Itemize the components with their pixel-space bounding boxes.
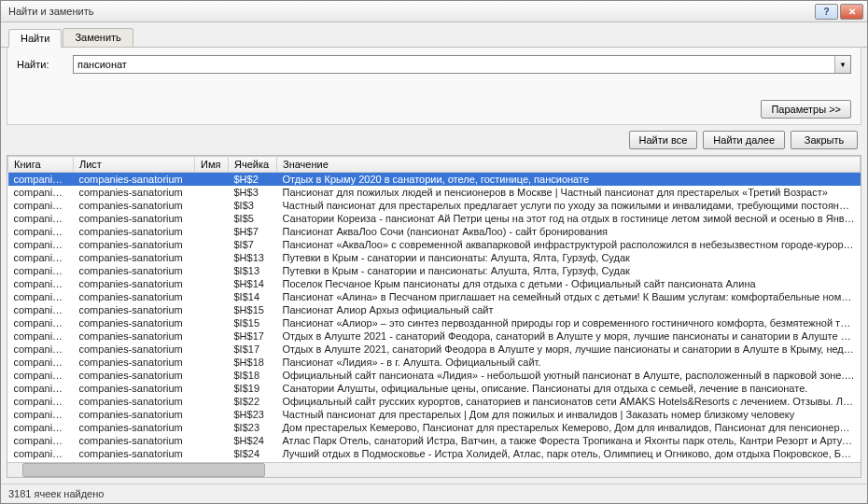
table-row[interactable]: companies...companies-sanatorium$H$15Пан… bbox=[8, 303, 861, 316]
titlebar: Найти и заменить ? ✕ bbox=[1, 1, 867, 22]
table-row[interactable]: companies...companies-sanatorium$I$17Отд… bbox=[8, 343, 861, 356]
window-close-button[interactable]: ✕ bbox=[840, 4, 863, 20]
table-row[interactable]: companies...companies-sanatorium$I$3Част… bbox=[8, 199, 861, 212]
table-row[interactable]: companies...companies-sanatorium$H$13Пут… bbox=[8, 251, 861, 264]
col-header-cell[interactable]: Ячейка bbox=[229, 157, 277, 173]
table-row[interactable]: companies...companies-sanatorium$I$23Дом… bbox=[8, 421, 861, 434]
table-row[interactable]: companies...companies-sanatorium$H$23Час… bbox=[8, 408, 861, 421]
table-row[interactable]: companies...companies-sanatorium$I$5Сана… bbox=[8, 212, 861, 225]
tabs: Найти Заменить bbox=[1, 22, 867, 48]
status-bar: 3181 ячеек найдено bbox=[1, 483, 867, 503]
results-scroll[interactable]: Книга Лист Имя Ячейка Значение companies… bbox=[7, 156, 861, 462]
find-all-button[interactable]: Найти все bbox=[629, 131, 698, 149]
table-row[interactable]: companies...companies-sanatorium$I$14Пан… bbox=[8, 290, 861, 303]
status-text: 3181 ячеек найдено bbox=[8, 488, 104, 499]
table-row[interactable]: companies...companies-sanatorium$H$18Пан… bbox=[8, 356, 861, 369]
params-button[interactable]: Параметры >> bbox=[761, 100, 851, 119]
table-row[interactable]: companies...companies-sanatorium$I$13Пут… bbox=[8, 264, 861, 277]
table-row[interactable]: companies...companies-sanatorium$I$22Офи… bbox=[8, 395, 861, 408]
table-row[interactable]: companies...companies-sanatorium$H$2Отды… bbox=[8, 173, 861, 187]
find-next-button[interactable]: Найти далее bbox=[703, 131, 785, 149]
search-input[interactable] bbox=[74, 56, 834, 73]
window-title: Найти и заменить bbox=[5, 6, 813, 17]
table-row[interactable]: companies...companies-sanatorium$I$15Пан… bbox=[8, 316, 861, 329]
action-buttons: Найти все Найти далее Закрыть bbox=[1, 125, 867, 155]
horizontal-scrollbar[interactable] bbox=[7, 462, 861, 477]
tab-replace[interactable]: Заменить bbox=[63, 28, 133, 47]
table-row[interactable]: companies...companies-sanatorium$I$18Офи… bbox=[8, 369, 861, 382]
search-combo[interactable]: ▼ bbox=[73, 55, 851, 74]
col-header-sheet[interactable]: Лист bbox=[74, 157, 195, 173]
find-replace-dialog: Найти и заменить ? ✕ Найти Заменить Найт… bbox=[0, 0, 868, 504]
col-header-book[interactable]: Книга bbox=[8, 157, 74, 173]
table-row[interactable]: companies...companies-sanatorium$H$14Пос… bbox=[8, 277, 861, 290]
table-row[interactable]: companies...companies-sanatorium$H$17Отд… bbox=[8, 329, 861, 343]
close-button[interactable]: Закрыть bbox=[791, 131, 858, 149]
results-pane: Книга Лист Имя Ячейка Значение companies… bbox=[7, 155, 861, 478]
find-panel: Найти: ▼ Параметры >> bbox=[7, 48, 861, 125]
scrollbar-thumb[interactable] bbox=[22, 463, 265, 477]
table-row[interactable]: companies...companies-sanatorium$H$24Атл… bbox=[8, 434, 861, 447]
col-header-value[interactable]: Значение bbox=[277, 157, 861, 173]
help-button[interactable]: ? bbox=[815, 4, 838, 20]
table-row[interactable]: companies...companies-sanatorium$I$19Сан… bbox=[8, 382, 861, 395]
table-row[interactable]: companies...companies-sanatorium$I$24Луч… bbox=[8, 447, 861, 460]
col-header-name[interactable]: Имя bbox=[195, 157, 229, 173]
table-row[interactable]: companies...companies-sanatorium$I$7Панс… bbox=[8, 238, 861, 251]
table-row[interactable]: companies...companies-sanatorium$H$3Панс… bbox=[8, 186, 861, 199]
tab-find[interactable]: Найти bbox=[8, 29, 62, 48]
results-table: Книга Лист Имя Ячейка Значение companies… bbox=[7, 156, 861, 462]
search-label: Найти: bbox=[17, 59, 67, 70]
search-dropdown-button[interactable]: ▼ bbox=[834, 56, 850, 73]
table-row[interactable]: companies...companies-sanatorium$H$7Панс… bbox=[8, 225, 861, 238]
